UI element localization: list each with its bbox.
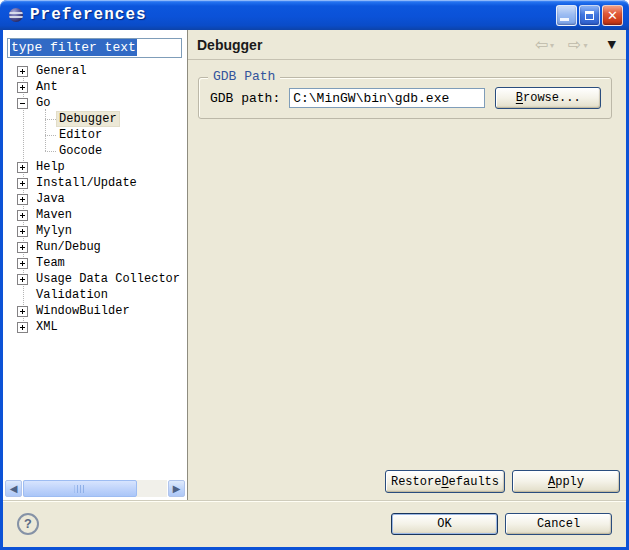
page-body: GDB Path GDB path: Browse... xyxy=(188,60,626,470)
scrollbar-gripper-icon xyxy=(74,485,85,493)
tree-item-install-update[interactable]: Install/Update xyxy=(3,175,187,191)
scroll-right-arrow-icon[interactable]: ▶ xyxy=(168,480,185,497)
tree-item-label: Java xyxy=(33,191,68,207)
tree-item-label: Ant xyxy=(33,79,61,95)
preferences-dialog: Preferences ✕ type filter text GeneralAn… xyxy=(0,0,629,550)
expand-plus-icon[interactable] xyxy=(17,226,28,237)
expand-plus-icon[interactable] xyxy=(17,274,28,285)
back-arrow-icon[interactable]: ⇦ xyxy=(535,37,548,53)
expand-plus-icon[interactable] xyxy=(17,66,28,77)
tree-item-label: Install/Update xyxy=(33,175,140,191)
forward-dropdown-icon[interactable]: ▾ xyxy=(584,41,588,50)
back-dropdown-icon[interactable]: ▾ xyxy=(550,41,554,50)
tree-item-label: WindowBuilder xyxy=(33,303,133,319)
page-title: Debugger xyxy=(197,37,262,53)
expand-plus-icon[interactable] xyxy=(17,82,28,93)
tree-item-xml[interactable]: XML xyxy=(3,319,187,335)
page-header: Debugger ⇦ ▾ ⇨ ▾ ▼ xyxy=(188,30,626,60)
eclipse-logo-icon xyxy=(8,7,24,23)
question-mark-icon: ? xyxy=(24,517,32,532)
tree-item-java[interactable]: Java xyxy=(3,191,187,207)
expand-plus-icon[interactable] xyxy=(17,306,28,317)
expand-plus-icon[interactable] xyxy=(17,178,28,189)
filter-text-input[interactable]: type filter text xyxy=(7,38,182,58)
apply-button[interactable]: Apply xyxy=(512,470,620,493)
tree-item-label: XML xyxy=(33,319,61,335)
help-button[interactable]: ? xyxy=(17,513,39,535)
group-title: GDB Path xyxy=(208,69,280,84)
forward-arrow-icon[interactable]: ⇨ xyxy=(568,37,581,53)
maximize-button[interactable] xyxy=(579,5,600,26)
tree-item-label: Editor xyxy=(56,127,105,143)
scrollbar-track[interactable] xyxy=(23,480,167,497)
tree-item-go[interactable]: Go xyxy=(3,95,187,111)
tree-connector-stub xyxy=(45,119,56,120)
expand-plus-icon[interactable] xyxy=(17,242,28,253)
tree-item-label: Run/Debug xyxy=(33,239,104,255)
tree-item-label: Go xyxy=(33,95,53,111)
ok-button[interactable]: OK xyxy=(391,513,498,535)
tree-item-windowbuilder[interactable]: WindowBuilder xyxy=(3,303,187,319)
gdb-path-input[interactable] xyxy=(289,88,485,108)
minimize-icon xyxy=(560,18,569,21)
horizontal-scrollbar[interactable]: ◀ ▶ xyxy=(5,480,185,497)
tree-item-gocode[interactable]: Gocode xyxy=(3,143,187,159)
tree-item-editor[interactable]: Editor xyxy=(3,127,187,143)
tree-item-usage-data-collector[interactable]: Usage Data Collector xyxy=(3,271,187,287)
tree-item-label: Maven xyxy=(33,207,75,223)
tree-item-help[interactable]: Help xyxy=(3,159,187,175)
preferences-tree: GeneralAntGoDebuggerEditorGocodeHelpInst… xyxy=(3,63,187,480)
maximize-icon xyxy=(585,11,594,20)
dialog-button-bar: ? OK Cancel xyxy=(3,500,626,547)
expand-plus-icon[interactable] xyxy=(17,194,28,205)
tree-item-label: Mylyn xyxy=(33,223,75,239)
expand-plus-icon[interactable] xyxy=(17,322,28,333)
filter-text-value: type filter text xyxy=(10,39,137,56)
collapse-minus-icon[interactable] xyxy=(17,98,28,109)
tree-item-maven[interactable]: Maven xyxy=(3,207,187,223)
tree-item-mylyn[interactable]: Mylyn xyxy=(3,223,187,239)
view-menu-icon[interactable]: ▼ xyxy=(608,38,616,51)
tree-item-label: General xyxy=(33,63,89,79)
close-icon: ✕ xyxy=(607,9,618,22)
expand-plus-icon[interactable] xyxy=(17,258,28,269)
cancel-button[interactable]: Cancel xyxy=(505,513,612,535)
tree-item-label: Debugger xyxy=(56,111,120,127)
tree-item-validation[interactable]: Validation xyxy=(3,287,187,303)
scroll-left-arrow-icon[interactable]: ◀ xyxy=(5,480,22,497)
preferences-sidebar: type filter text GeneralAntGoDebuggerEdi… xyxy=(3,30,188,500)
window-title: Preferences xyxy=(30,6,147,24)
tree-item-team[interactable]: Team xyxy=(3,255,187,271)
preference-page: Debugger ⇦ ▾ ⇨ ▾ ▼ GDB Path GDB path xyxy=(188,30,626,500)
browse-button[interactable]: Browse... xyxy=(495,87,601,109)
tree-item-ant[interactable]: Ant xyxy=(3,79,187,95)
tree-item-general[interactable]: General xyxy=(3,63,187,79)
minimize-button[interactable] xyxy=(556,5,577,26)
tree-connector-stub xyxy=(45,151,56,152)
tree-item-label: Validation xyxy=(33,287,111,303)
restore-defaults-button[interactable]: Restore Defaults xyxy=(385,470,505,493)
page-action-row: Restore Defaults Apply xyxy=(188,470,626,500)
title-bar[interactable]: Preferences ✕ xyxy=(0,0,629,30)
expand-plus-icon[interactable] xyxy=(17,162,28,173)
tree-item-run-debug[interactable]: Run/Debug xyxy=(3,239,187,255)
tree-connector-stub xyxy=(45,135,56,136)
tree-item-label: Help xyxy=(33,159,68,175)
tree-item-debugger[interactable]: Debugger xyxy=(3,111,187,127)
gdb-path-label: GDB path: xyxy=(210,91,280,106)
tree-item-label: Team xyxy=(33,255,68,271)
gdb-path-group: GDB Path GDB path: Browse... xyxy=(198,77,612,119)
tree-item-label: Usage Data Collector xyxy=(33,271,183,287)
expand-plus-icon[interactable] xyxy=(17,210,28,221)
close-button[interactable]: ✕ xyxy=(602,5,623,26)
tree-item-label: Gocode xyxy=(56,143,105,159)
scrollbar-thumb[interactable] xyxy=(23,480,137,497)
